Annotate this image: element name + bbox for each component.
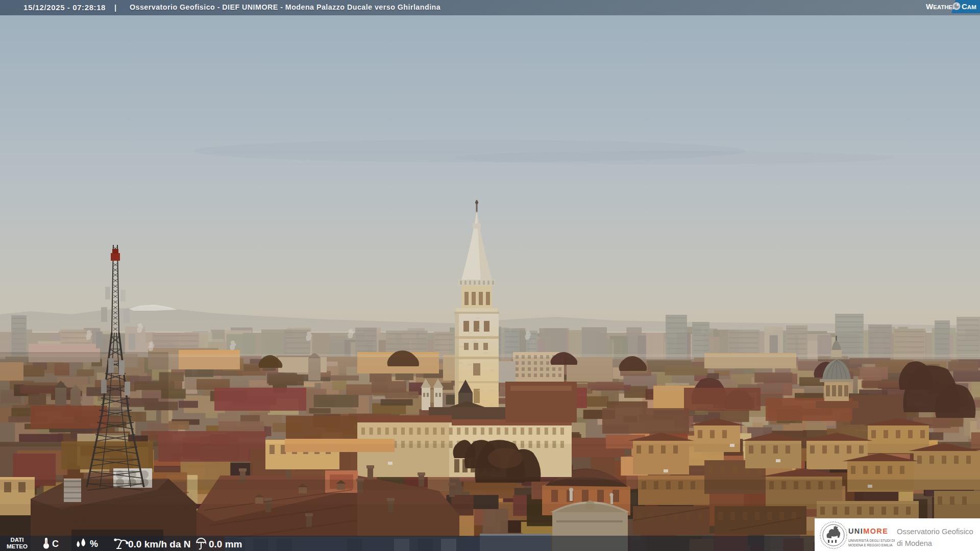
svg-text:Osservatorio Geofisico: Osservatorio Geofisico	[897, 528, 973, 536]
svg-text:C: C	[52, 539, 59, 549]
svg-text:WEATHER: WEATHER	[926, 2, 957, 11]
svg-text:0.0 km/h da N: 0.0 km/h da N	[128, 539, 191, 549]
svg-text:%: %	[90, 539, 98, 549]
svg-text:UNIVERSITÀ DEGLI STUDI DI: UNIVERSITÀ DEGLI STUDI DI	[848, 538, 895, 542]
svg-text:MODENA E REGGIO EMILIA: MODENA E REGGIO EMILIA	[848, 543, 893, 547]
svg-text:UNIMORE: UNIMORE	[848, 527, 888, 535]
svg-text:di Modena: di Modena	[897, 539, 933, 547]
svg-text:0.0 mm: 0.0 mm	[209, 539, 242, 549]
